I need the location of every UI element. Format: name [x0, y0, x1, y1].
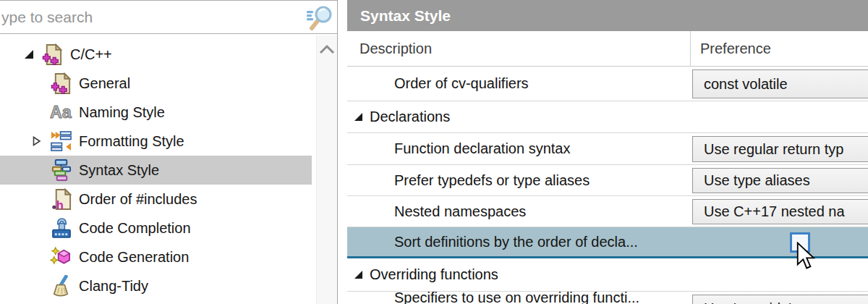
preference-dropdown[interactable]: const volatile: [692, 69, 868, 98]
search-box[interactable]: [0, 0, 337, 34]
preference-dropdown[interactable]: Use regular return typ: [692, 136, 868, 162]
row-description: Sort definitions by the order of decla..…: [394, 227, 638, 256]
row-description: Order of cv-qualifiers: [394, 67, 529, 101]
syntax-style-panel: Syntax Style Description Preference Orde…: [347, 0, 868, 304]
table-row-selected[interactable]: Sort definitions by the order of decla..…: [347, 227, 868, 258]
preferences-table: Order of cv-qualifiers const volatile De…: [347, 67, 868, 304]
sidebar-item-label: Order of #includes: [79, 191, 197, 208]
search-filter-icon[interactable]: [306, 4, 333, 31]
table-row[interactable]: Order of cv-qualifiers const volatile: [347, 67, 868, 101]
naming-style-icon: Aa: [50, 101, 72, 124]
options-sidebar: C/C++ General Aa Naming Style: [0, 0, 338, 304]
table-row[interactable]: Function declaration syntax Use regular …: [347, 133, 868, 165]
formatting-style-icon: [50, 130, 72, 153]
sidebar-item-label: Formatting Style: [79, 133, 184, 150]
row-description: Nested namespaces: [394, 196, 526, 227]
row-description: Prefer typedefs or type aliases: [394, 165, 590, 195]
row-description: Function declaration syntax: [394, 133, 570, 164]
search-input[interactable]: [0, 1, 298, 33]
sidebar-item-naming-style[interactable]: Aa Naming Style: [0, 98, 312, 127]
preference-dropdown[interactable]: Use type aliases: [692, 168, 868, 193]
code-generation-icon: [50, 246, 72, 269]
column-header-preference: Preference: [700, 31, 771, 66]
collapsed-arrow-icon[interactable]: [33, 136, 50, 146]
general-document-icon: [50, 72, 72, 95]
table-row[interactable]: Nested namespaces Use C++17 nested na: [347, 196, 868, 227]
group-label: Overriding functions: [370, 266, 498, 283]
syntax-style-icon: [50, 159, 72, 182]
sidebar-item-label: Clang-Tidy: [79, 278, 148, 295]
sidebar-item-label: Naming Style: [79, 104, 165, 121]
group-header: Declarations: [354, 101, 450, 132]
table-header: Description Preference: [347, 31, 868, 67]
sidebar-item-label: Syntax Style: [79, 162, 159, 179]
sidebar-item-label: General: [79, 75, 130, 92]
sidebar-item-label: Code Completion: [79, 220, 191, 237]
column-header-description: Description: [359, 31, 432, 66]
sidebar-item-general[interactable]: General: [0, 69, 312, 98]
group-header: Overriding functions: [354, 258, 498, 291]
sidebar-item-clang-tidy[interactable]: Clang-Tidy: [0, 271, 312, 300]
group-expanded-icon[interactable]: [354, 270, 363, 279]
table-group-row[interactable]: Declarations: [347, 101, 868, 133]
mouse-cursor-icon: [796, 242, 817, 273]
preference-dropdown[interactable]: Use C++17 nested na: [692, 199, 868, 224]
sidebar-item-label: C/C++: [70, 46, 112, 63]
sidebar-item-c-cpp[interactable]: C/C++: [0, 40, 312, 69]
clang-tidy-icon: [50, 275, 72, 297]
table-row[interactable]: Prefer typedefs or type aliases Use type…: [347, 165, 868, 196]
table-row[interactable]: Specifiers to use on overriding functi..…: [347, 292, 868, 304]
expanded-arrow-icon[interactable]: [24, 49, 41, 59]
code-completion-icon: [50, 217, 72, 240]
sidebar-item-formatting-style[interactable]: Formatting Style: [0, 127, 312, 156]
settings-tree: C/C++ General Aa Naming Style: [0, 35, 316, 304]
table-group-row[interactable]: Overriding functions: [347, 258, 868, 292]
column-divider: [690, 31, 691, 66]
sidebar-item-code-completion[interactable]: Code Completion: [0, 214, 312, 242]
sidebar-scrollbar[interactable]: [316, 35, 337, 304]
svg-text:Aa: Aa: [50, 103, 72, 122]
group-expanded-icon[interactable]: [354, 112, 363, 122]
chevron-up-icon[interactable]: [318, 43, 336, 55]
includes-order-icon: h: [50, 188, 72, 211]
sidebar-item-code-generation[interactable]: Code Generation: [0, 242, 312, 271]
group-label: Declarations: [370, 109, 450, 125]
sidebar-item-order-of-includes[interactable]: h Order of #includes: [0, 185, 312, 214]
sidebar-item-syntax-style[interactable]: Syntax Style: [0, 156, 312, 185]
cpp-document-icon: [41, 43, 64, 66]
svg-text:h: h: [56, 198, 64, 211]
sidebar-item-label: Code Generation: [79, 249, 189, 266]
preference-dropdown[interactable]: Use 'override': [692, 295, 868, 304]
page-title: Syntax Style: [347, 0, 868, 31]
row-description: Specifiers to use on overriding functi..…: [394, 292, 639, 304]
